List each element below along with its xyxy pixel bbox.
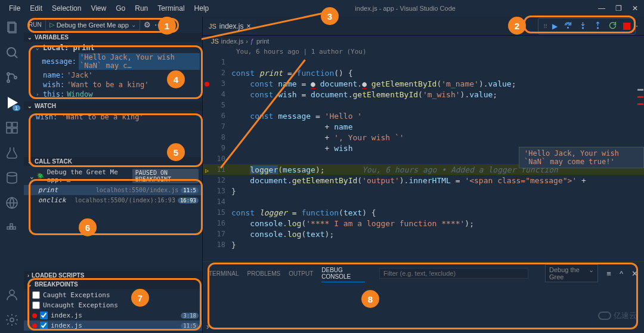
svg-point-6 [14, 76, 17, 79]
menu-terminal[interactable]: Terminal [153, 2, 188, 14]
section-breakpoints[interactable]: ⌄Breakpoints [24, 280, 202, 289]
docker-icon[interactable] [5, 221, 19, 235]
variable-row[interactable]: wish: 'Want to be a king' [29, 80, 202, 90]
debug-hover-value: 'Hello Jack, Your wish `NaN` may come tr… [519, 147, 644, 168]
step-into-icon[interactable] [578, 21, 587, 32]
panel-tab-output[interactable]: Output [289, 269, 313, 279]
bottom-panel: Terminal Problems Output Debug Console D… [203, 261, 644, 333]
menu-go[interactable]: Go [112, 2, 129, 14]
scope-row[interactable]: ⌄Local: print [29, 43, 202, 53]
codelens[interactable]: You, 6 hours ago | 1 author (You) [203, 47, 644, 57]
editor-area: ⠿ ▶ JS index.js × ⫠ ⋯ JSindex.js › ƒ pri… [203, 17, 644, 333]
watermark: 亿速云 [598, 310, 637, 321]
window-title: index.js - app - Visual Studio Code [213, 5, 597, 12]
variable-row[interactable]: name: 'Jack' [29, 70, 202, 80]
panel-maximize-icon[interactable]: ^ [620, 269, 623, 278]
run-debug-icon[interactable]: 1 [5, 95, 19, 110]
bp-uncaught-exceptions[interactable]: Uncaught Exceptions [24, 300, 202, 310]
database-icon[interactable] [5, 171, 19, 185]
editor-tab[interactable]: JS index.js × [203, 18, 257, 34]
variable-row[interactable]: ›this: Window [29, 90, 202, 99]
callstack-session[interactable]: ⌄🪲 Debug the Greet Me app: … PAUSED ON B… [24, 167, 202, 185]
panel-tab-problems[interactable]: Problems [247, 269, 281, 279]
menu-file[interactable]: File [5, 2, 24, 14]
play-icon: ▷ [49, 21, 54, 29]
debug-console-filter[interactable] [379, 268, 528, 279]
run-header: RUN ▷ Debug the Greet Me app ⌄ ⚙ ⋯ [24, 17, 202, 33]
bug-icon: 🪲 [36, 172, 45, 180]
debug-console-body[interactable] [203, 285, 644, 333]
testing-icon[interactable] [5, 146, 19, 160]
panel-tab-debug-console[interactable]: Debug Console [321, 265, 365, 282]
remote-icon[interactable] [5, 196, 19, 210]
svg-rect-8 [7, 122, 11, 127]
menu-view[interactable]: View [86, 2, 110, 14]
stop-icon[interactable] [623, 23, 630, 30]
more-icon[interactable]: ⋯ [154, 20, 162, 29]
step-over-icon[interactable] [564, 21, 572, 32]
breakpoint-glyph[interactable] [205, 82, 209, 87]
launch-config-dropdown[interactable]: ▷ Debug the Greet Me app ⌄ [45, 19, 140, 30]
svg-point-2 [7, 48, 16, 56]
maximize-icon[interactable]: ❐ [614, 4, 623, 13]
svg-point-5 [7, 80, 10, 82]
bp-caught-exceptions[interactable]: Caught Exceptions [24, 290, 202, 300]
step-out-icon[interactable] [593, 21, 602, 32]
restart-icon[interactable] [608, 21, 617, 32]
menu-bar: File Edit Selection View Go Run Terminal… [5, 2, 213, 14]
svg-point-22 [597, 27, 599, 29]
menu-help[interactable]: Help [190, 2, 213, 14]
tab-close-icon[interactable]: × [247, 22, 251, 30]
svg-line-3 [14, 55, 17, 58]
svg-point-21 [583, 27, 584, 29]
gear-icon[interactable]: ⚙ [144, 20, 151, 29]
clear-console-icon[interactable]: ≡ [606, 269, 611, 278]
continue-icon[interactable]: ▶ [552, 22, 558, 30]
section-variables[interactable]: ⌄Variables [24, 33, 202, 42]
svg-rect-10 [7, 128, 11, 133]
menu-selection[interactable]: Selection [48, 2, 85, 14]
window-controls: — ❐ ✕ [597, 4, 639, 13]
svg-rect-11 [13, 128, 17, 133]
section-callstack[interactable]: ⌄Call Stack [24, 157, 202, 166]
run-label: RUN [29, 21, 42, 28]
section-loaded-scripts[interactable]: ›Loaded Scripts [24, 271, 202, 280]
close-icon[interactable]: ✕ [631, 4, 639, 13]
svg-rect-14 [7, 227, 10, 229]
panel-close-icon[interactable]: ✕ [631, 269, 638, 278]
overview-ruler[interactable] [637, 84, 644, 261]
debug-toolbar[interactable]: ⠿ ▶ [538, 18, 636, 35]
breadcrumbs[interactable]: JSindex.js › ƒ print [203, 36, 644, 47]
panel-tab-terminal[interactable]: Terminal [209, 269, 239, 279]
svg-point-12 [7, 172, 17, 176]
settings-icon[interactable] [5, 313, 19, 327]
breakpoint-item[interactable]: index.js11:5 [24, 320, 202, 331]
explorer-icon[interactable] [5, 20, 19, 35]
svg-point-4 [7, 73, 10, 75]
minimize-icon[interactable]: — [597, 4, 606, 13]
stack-frame[interactable]: onclicklocalhost:5500/(index):16:9316:93 [24, 195, 202, 205]
watch-expression[interactable]: wish: 'Want to be a king' [29, 112, 202, 122]
debug-session-scope[interactable]: Debug the Gree⌄ [545, 264, 598, 282]
stack-frame[interactable]: printlocalhost:5500/index.js11:5 [24, 185, 202, 195]
paused-badge: PAUSED ON BREAKPOINT [132, 169, 199, 183]
code-editor[interactable]: You, 6 hours ago | 1 author (You) 1 2con… [203, 47, 644, 261]
menu-edit[interactable]: Edit [26, 2, 47, 14]
search-icon[interactable] [5, 45, 19, 60]
title-bar: File Edit Selection View Go Run Terminal… [0, 0, 644, 17]
breakpoint-item[interactable]: index.js3:18 [24, 310, 202, 320]
js-file-icon: JS [209, 23, 216, 30]
debug-sidebar: RUN ▷ Debug the Greet Me app ⌄ ⚙ ⋯ ⌄Vari… [24, 17, 203, 333]
svg-point-20 [568, 27, 569, 28]
svg-rect-15 [10, 227, 13, 229]
variable-row[interactable]: message: 'Hello Jack, Your wish `NaN` ma… [29, 53, 202, 70]
account-icon[interactable] [5, 288, 19, 302]
section-watch[interactable]: ⌄Watch [24, 101, 202, 110]
svg-rect-9 [13, 122, 17, 127]
config-name: Debug the Greet Me app [57, 21, 129, 29]
debug-console-prompt[interactable]: › [203, 320, 209, 333]
source-control-icon[interactable] [5, 70, 19, 85]
extensions-icon[interactable] [5, 121, 19, 135]
grip-icon[interactable]: ⠿ [543, 23, 546, 30]
menu-run[interactable]: Run [131, 2, 152, 14]
